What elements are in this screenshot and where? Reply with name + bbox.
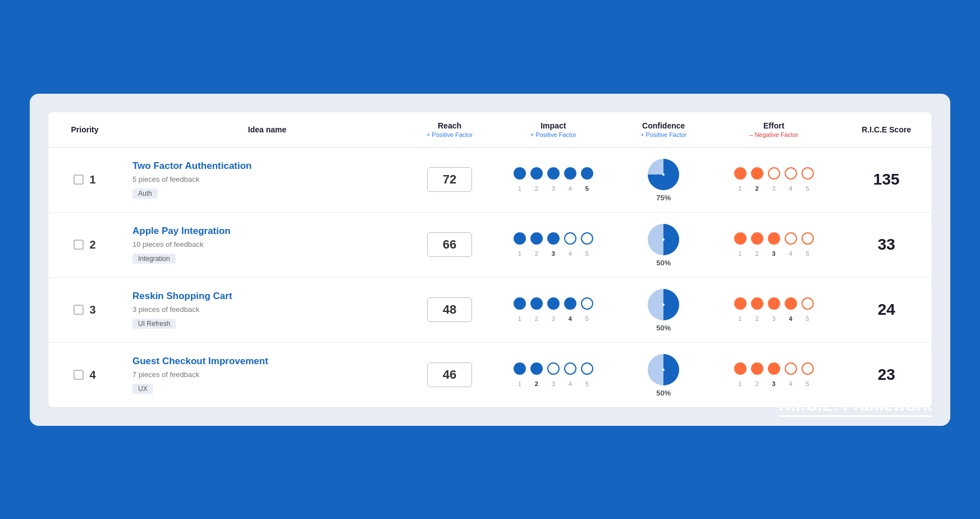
svg-point-3 <box>662 238 665 241</box>
effort-dot-5[interactable] <box>802 362 814 375</box>
impact-label-1: 1 <box>514 250 526 257</box>
reach-cell: 48 <box>413 277 486 342</box>
idea-name[interactable]: Two Factor Authentication <box>132 160 402 172</box>
effort-dot-5[interactable] <box>802 232 814 245</box>
idea-cell: Reskin Shopping Cart 3 pieces of feedbac… <box>121 277 413 342</box>
effort-label-4: 4 <box>785 315 797 322</box>
impact-dots-container: 12345 <box>493 232 614 257</box>
impact-dot-5[interactable] <box>581 362 593 375</box>
impact-dot-3[interactable] <box>547 167 560 180</box>
impact-dots-row <box>514 297 593 310</box>
row-checkbox[interactable] <box>74 305 84 315</box>
impact-dot-1[interactable] <box>514 167 526 180</box>
effort-cell: 12345 <box>707 277 841 342</box>
effort-dots-row <box>734 167 814 180</box>
effort-dots-row <box>734 297 814 310</box>
effort-cell: 12345 <box>707 212 841 277</box>
rice-score-value: 135 <box>873 171 900 188</box>
impact-dot-2[interactable] <box>530 297 543 310</box>
effort-dot-3[interactable] <box>768 297 780 310</box>
effort-dot-2[interactable] <box>751 362 763 375</box>
priority-cell: 2 <box>48 212 121 277</box>
impact-dot-3[interactable] <box>547 362 560 375</box>
effort-dot-1[interactable] <box>734 232 747 245</box>
effort-dot-2[interactable] <box>751 167 763 180</box>
priority-number: 3 <box>89 304 95 316</box>
impact-dot-5[interactable] <box>581 297 593 310</box>
impact-dot-4[interactable] <box>564 297 576 310</box>
confidence-pie-svg <box>647 353 680 387</box>
table-row: 1 Two Factor Authentication 5 pieces of … <box>48 147 932 212</box>
reach-value: 66 <box>427 232 472 257</box>
row-checkbox[interactable] <box>74 370 84 380</box>
effort-dot-3[interactable] <box>768 362 780 375</box>
confidence-label: 75% <box>656 194 671 202</box>
effort-label-1: 1 <box>734 250 747 257</box>
impact-label-1: 1 <box>514 185 526 192</box>
effort-dot-4[interactable] <box>785 297 797 310</box>
effort-dot-3[interactable] <box>768 167 780 180</box>
impact-dot-2[interactable] <box>530 232 543 245</box>
impact-label-2: 2 <box>530 250 543 257</box>
impact-dot-2[interactable] <box>530 167 543 180</box>
impact-label-4: 4 <box>564 315 576 322</box>
priority-number: 4 <box>89 369 95 382</box>
idea-name[interactable]: Reskin Shopping Cart <box>132 291 402 302</box>
effort-dots-container: 12345 <box>713 297 835 322</box>
effort-label-1: 1 <box>734 380 747 387</box>
effort-dot-4[interactable] <box>785 362 797 375</box>
effort-label-5: 5 <box>802 380 814 387</box>
impact-dots-container: 12345 <box>493 297 614 322</box>
impact-dot-4[interactable] <box>564 232 576 245</box>
row-checkbox[interactable] <box>74 174 84 185</box>
col-header-effort: Effort – Negative Factor <box>707 112 841 148</box>
effort-dot-2[interactable] <box>751 297 763 310</box>
effort-dots-row <box>734 232 814 245</box>
impact-dot-5[interactable] <box>581 167 593 180</box>
effort-dot-4[interactable] <box>785 232 797 245</box>
effort-label-4: 4 <box>785 380 797 387</box>
confidence-pie-svg <box>647 223 680 256</box>
impact-label-3: 3 <box>547 380 560 387</box>
impact-dot-2[interactable] <box>530 362 543 375</box>
effort-dot-5[interactable] <box>802 167 814 180</box>
impact-label-5: 5 <box>581 185 593 192</box>
effort-dot-1[interactable] <box>734 297 747 310</box>
effort-dot-3[interactable] <box>768 232 780 245</box>
impact-cell: 12345 <box>486 147 621 212</box>
idea-name[interactable]: Apple Pay Integration <box>132 226 402 237</box>
impact-cell: 12345 <box>486 342 621 407</box>
footer-label: R.I.C.E. Framework <box>779 397 932 415</box>
checkbox-num-group: 3 <box>55 304 115 316</box>
impact-dot-1[interactable] <box>514 297 526 310</box>
impact-dots-container: 12345 <box>493 362 614 387</box>
impact-dot-4[interactable] <box>564 362 576 375</box>
effort-dots-container: 12345 <box>713 167 835 192</box>
idea-name[interactable]: Guest Checkout Improvement <box>132 356 402 367</box>
impact-dot-1[interactable] <box>514 362 526 375</box>
reach-value: 72 <box>427 167 472 192</box>
row-checkbox[interactable] <box>74 240 84 250</box>
effort-dot-1[interactable] <box>734 362 747 375</box>
rice-score-value: 33 <box>878 236 895 253</box>
impact-dot-5[interactable] <box>581 232 593 245</box>
impact-label-4: 4 <box>564 250 576 257</box>
effort-dot-5[interactable] <box>802 297 814 310</box>
priority-number: 1 <box>89 173 95 186</box>
table-wrapper: Priority Idea name Reach + Positive Fact… <box>48 112 932 408</box>
effort-dot-labels: 12345 <box>734 315 814 322</box>
effort-dot-4[interactable] <box>785 167 797 180</box>
impact-dot-4[interactable] <box>564 167 576 180</box>
idea-tag: Auth <box>132 189 158 199</box>
impact-label-2: 2 <box>530 315 543 322</box>
impact-label-5: 5 <box>581 250 593 257</box>
impact-dots-row <box>514 362 593 375</box>
impact-label-4: 4 <box>564 380 576 387</box>
impact-dot-3[interactable] <box>547 232 560 245</box>
effort-dot-2[interactable] <box>751 232 763 245</box>
svg-point-1 <box>662 173 665 176</box>
impact-dot-1[interactable] <box>514 232 526 245</box>
effort-dot-labels: 12345 <box>734 380 814 387</box>
impact-dot-3[interactable] <box>547 297 560 310</box>
effort-dot-1[interactable] <box>734 167 747 180</box>
